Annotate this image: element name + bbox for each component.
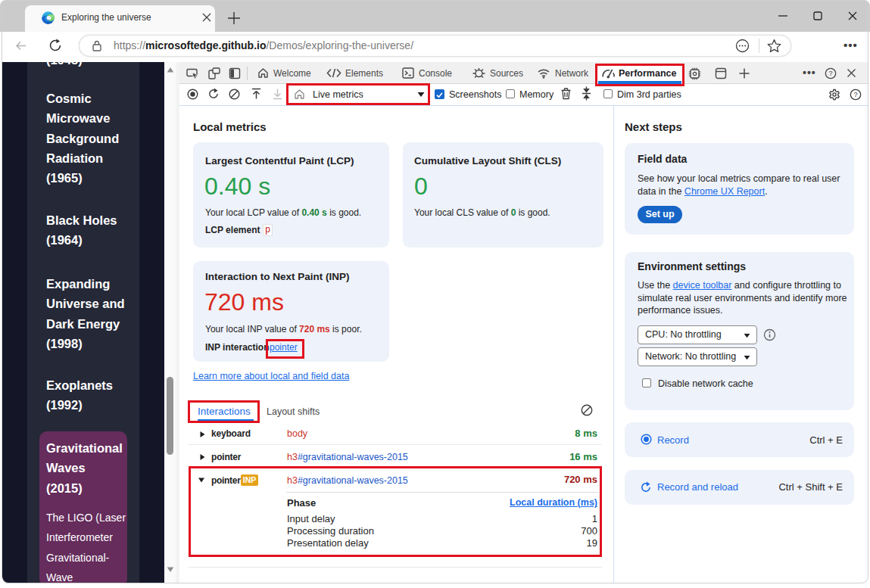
svg-text:?: ? xyxy=(828,70,832,77)
svg-text:?: ? xyxy=(853,91,857,98)
